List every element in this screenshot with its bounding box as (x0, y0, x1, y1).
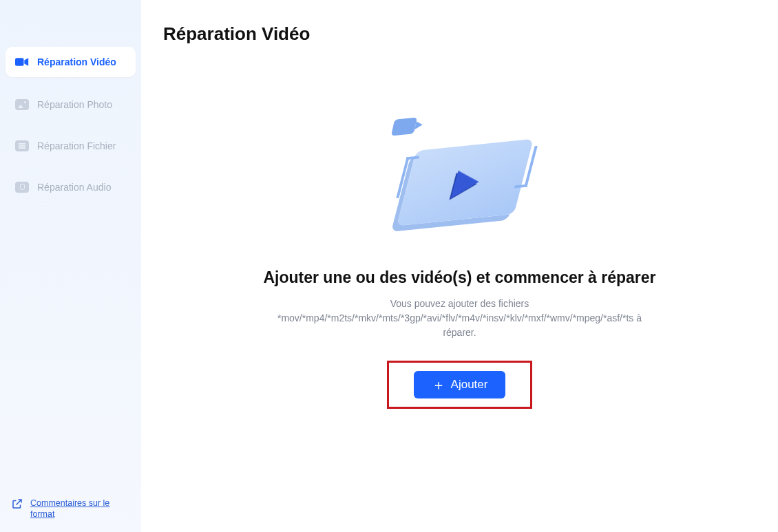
sidebar-item-label: Réparation Fichier (37, 140, 116, 151)
sidebar-item-photo[interactable]: Réparation Photo (6, 91, 136, 118)
add-button-highlight: ＋ Ajouter (387, 361, 533, 409)
file-icon (15, 140, 29, 151)
add-button[interactable]: ＋ Ajouter (414, 371, 506, 398)
format-feedback-link[interactable]: Commentaires sur le format (30, 498, 120, 520)
audio-icon (15, 182, 29, 193)
sidebar-item-audio[interactable]: Réparation Audio (6, 173, 136, 201)
page-title: Réparation Vidéo (163, 23, 778, 45)
photo-icon (15, 99, 29, 110)
sidebar: Réparation Vidéo Réparation Photo Répara… (0, 0, 141, 532)
sidebar-item-file[interactable]: Réparation Fichier (6, 132, 136, 160)
external-link-icon (11, 498, 23, 510)
hero-section: Ajouter une ou des vidéo(s) et commencer… (141, 103, 778, 409)
plus-icon: ＋ (432, 378, 445, 392)
add-button-label: Ajouter (451, 378, 488, 392)
sidebar-item-label: Réparation Photo (37, 99, 112, 110)
video-icon (15, 55, 29, 69)
sidebar-item-video[interactable]: Réparation Vidéo (6, 47, 136, 77)
main-content: Réparation Vidéo Ajouter une ou des vidé… (141, 0, 778, 532)
svg-rect-6 (15, 58, 24, 66)
video-illustration (381, 103, 539, 227)
hero-subtext: Vous pouvez ajouter des fichiers *mov/*m… (267, 297, 653, 340)
sidebar-footer: Commentaires sur le format (11, 498, 120, 520)
hero-heading: Ajouter une ou des vidéo(s) et commencer… (263, 268, 655, 287)
sidebar-item-label: Réparation Audio (37, 182, 111, 193)
sidebar-item-label: Réparation Vidéo (37, 56, 116, 67)
